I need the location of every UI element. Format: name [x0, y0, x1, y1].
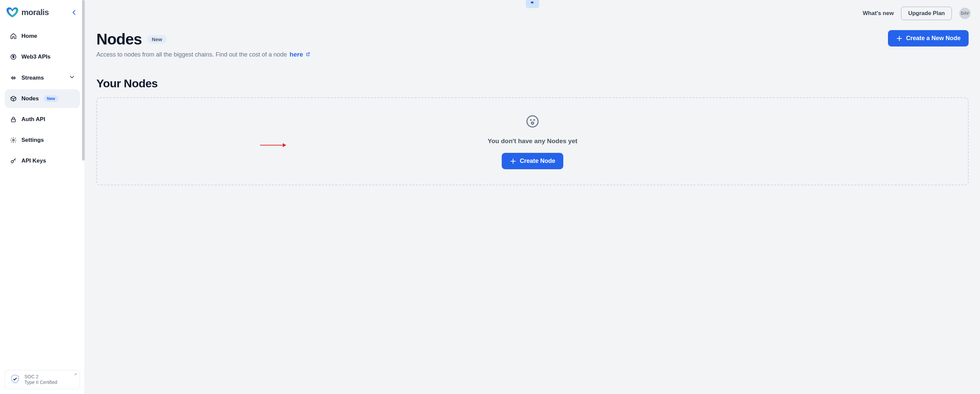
whats-new-link[interactable]: What's new — [863, 10, 894, 17]
moralis-logo-icon — [6, 7, 19, 18]
sidebar-item-nodes[interactable]: Nodes New — [5, 89, 80, 108]
sidebar-nav: Home Web3 APIs Streams — [0, 27, 85, 170]
svg-point-4 — [527, 116, 538, 127]
sidebar-scrollbar[interactable] — [82, 0, 85, 394]
sidebar-header: moralis — [0, 0, 85, 27]
section-title: Your Nodes — [96, 77, 969, 90]
svg-point-7 — [531, 122, 534, 124]
empty-text: You don't have any Nodes yet — [488, 137, 578, 145]
surprised-face-icon — [526, 115, 539, 129]
create-new-node-button[interactable]: Create a New Node — [888, 30, 969, 46]
sidebar-item-settings[interactable]: Settings — [5, 131, 80, 149]
button-label: Create a New Node — [906, 35, 961, 42]
page-subtitle: Access to nodes from all the biggest cha… — [96, 51, 310, 58]
empty-state: You don't have any Nodes yet Create Node — [96, 97, 969, 185]
new-badge: New — [147, 35, 167, 43]
page-content: Nodes New Access to nodes from all the b… — [85, 21, 980, 194]
page-title: Nodes — [96, 30, 142, 48]
sidebar: moralis Home Web3 APIs — [0, 0, 85, 394]
svg-point-5 — [530, 120, 531, 121]
plus-icon — [510, 158, 517, 165]
shield-check-icon — [10, 373, 21, 386]
cube-icon — [10, 95, 17, 102]
annotation-arrow — [259, 142, 286, 148]
page-head: Nodes New Access to nodes from all the b… — [96, 30, 969, 58]
arrow-right-icon — [259, 142, 286, 148]
soc2-card[interactable]: SOC 2 Type II Certified — [5, 370, 80, 389]
svg-rect-1 — [11, 119, 15, 122]
external-link-icon — [305, 51, 310, 58]
soc2-line1: SOC 2 — [24, 374, 57, 380]
dollar-circle-icon — [10, 54, 17, 60]
main-area: What's new Upgrade Plan DAV Nodes New Ac… — [85, 0, 980, 394]
sidebar-item-label: Settings — [21, 137, 44, 143]
home-icon — [10, 33, 17, 40]
sidebar-item-label: API Keys — [21, 157, 46, 164]
brand-logo[interactable]: moralis — [6, 7, 49, 18]
lock-icon — [10, 116, 17, 123]
svg-point-6 — [534, 120, 535, 121]
external-link-icon — [73, 372, 77, 378]
gear-icon — [10, 137, 17, 143]
sidebar-item-streams[interactable]: Streams — [5, 68, 80, 87]
subtitle-text: Access to nodes from all the biggest cha… — [96, 51, 287, 58]
key-icon — [10, 157, 17, 164]
flag-icon — [530, 1, 535, 6]
new-badge: New — [43, 95, 59, 102]
brand-name: moralis — [21, 8, 49, 17]
create-node-button[interactable]: Create Node — [502, 153, 563, 169]
chevron-down-icon — [69, 74, 75, 81]
soc2-text: SOC 2 Type II Certified — [24, 374, 57, 386]
chevron-left-icon — [72, 10, 76, 15]
button-label: Create Node — [520, 157, 555, 165]
plus-icon — [896, 35, 903, 42]
sidebar-item-web3-apis[interactable]: Web3 APIs — [5, 48, 80, 66]
waveform-icon — [10, 75, 17, 81]
sidebar-item-label: Auth API — [21, 116, 45, 123]
sidebar-item-label: Streams — [21, 75, 44, 81]
sidebar-item-label: Nodes — [21, 95, 39, 102]
svg-point-2 — [13, 140, 14, 141]
sidebar-item-label: Web3 APIs — [21, 54, 51, 60]
sidebar-item-label: Home — [21, 33, 37, 40]
sidebar-item-home[interactable]: Home — [5, 27, 80, 46]
collapse-sidebar-button[interactable] — [69, 8, 79, 17]
svg-point-3 — [11, 160, 13, 163]
upgrade-plan-button[interactable]: Upgrade Plan — [901, 7, 952, 20]
soc2-line2: Type II Certified — [24, 380, 57, 386]
pricing-link[interactable]: here — [290, 51, 303, 58]
user-avatar[interactable]: DAV — [959, 8, 970, 19]
sidebar-item-api-keys[interactable]: API Keys — [5, 151, 80, 170]
flag-tab[interactable] — [526, 0, 539, 8]
sidebar-item-auth-api[interactable]: Auth API — [5, 110, 80, 129]
